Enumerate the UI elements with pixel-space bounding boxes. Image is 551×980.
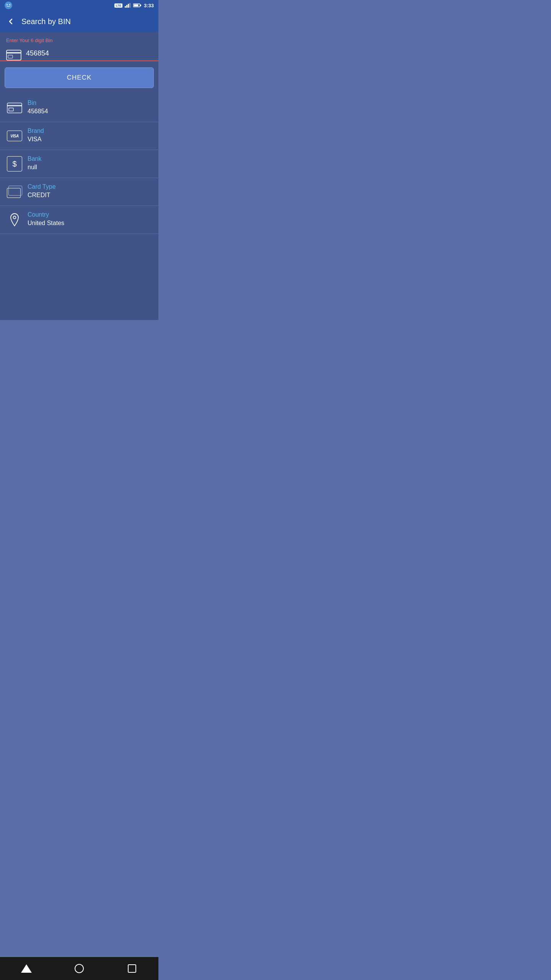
svg-rect-9 — [140, 5, 141, 6]
country-result-icon — [6, 211, 23, 228]
bin-value: 456854 — [28, 108, 152, 115]
bin-result-icon — [6, 100, 23, 116]
bin-card-icon — [6, 50, 21, 60]
bin-result-row: Bin 456854 — [0, 94, 158, 122]
brand-value: VISA — [28, 136, 152, 143]
stacked-cards-icon — [7, 186, 22, 198]
bank-value: null — [28, 164, 152, 171]
bin-input-value[interactable]: 456854 — [26, 49, 152, 60]
bank-result-icon: $ — [6, 155, 23, 172]
brand-result-icon: VISA — [6, 127, 23, 144]
lte-badge: LTE — [114, 3, 122, 8]
country-value: United States — [28, 220, 152, 227]
svg-rect-5 — [126, 5, 127, 8]
svg-rect-4 — [125, 6, 126, 8]
svg-rect-6 — [128, 4, 129, 8]
country-result-text: Country United States — [28, 211, 152, 227]
card-type-result-row: Card Type CREDIT — [0, 178, 158, 206]
enter-bin-label: Enter Your 6 digit Bin — [0, 32, 158, 46]
svg-rect-10 — [134, 5, 138, 7]
brand-result-text: Brand VISA — [28, 127, 152, 143]
visa-icon: VISA — [7, 131, 22, 141]
brand-result-row: VISA Brand VISA — [0, 122, 158, 150]
status-bar-left — [5, 2, 12, 9]
bin-input-row: 456854 — [0, 46, 158, 61]
check-button[interactable]: CHECK — [5, 67, 154, 88]
brand-label: Brand — [28, 127, 152, 134]
status-bar: LTE 3:33 — [0, 0, 158, 11]
country-label: Country — [28, 211, 152, 218]
svg-rect-7 — [129, 3, 130, 8]
svg-point-17 — [13, 216, 16, 219]
android-icon — [5, 2, 12, 9]
signal-icon — [125, 3, 131, 8]
main-content: Enter Your 6 digit Bin 456854 CHECK Bin … — [0, 32, 158, 320]
card-type-value: CREDIT — [28, 192, 152, 199]
location-icon — [9, 213, 20, 227]
card-type-result-text: Card Type CREDIT — [28, 183, 152, 199]
dollar-icon: $ — [7, 156, 22, 172]
header: Search by BIN — [0, 11, 158, 32]
bank-label: Bank — [28, 155, 152, 162]
bank-result-row: $ Bank null — [0, 150, 158, 178]
status-time: 3:33 — [144, 3, 154, 8]
country-result-row: Country United States — [0, 206, 158, 234]
bank-result-text: Bank null — [28, 155, 152, 171]
bin-label: Bin — [28, 100, 152, 106]
card-type-result-icon — [6, 183, 23, 200]
back-button[interactable] — [6, 17, 15, 26]
card-type-label: Card Type — [28, 183, 152, 190]
svg-rect-16 — [9, 108, 13, 111]
svg-rect-13 — [8, 55, 13, 58]
bin-result-text: Bin 456854 — [28, 100, 152, 115]
page-title: Search by BIN — [21, 17, 71, 26]
empty-space — [0, 234, 158, 310]
status-bar-right: LTE 3:33 — [114, 3, 154, 8]
battery-icon — [133, 3, 142, 8]
